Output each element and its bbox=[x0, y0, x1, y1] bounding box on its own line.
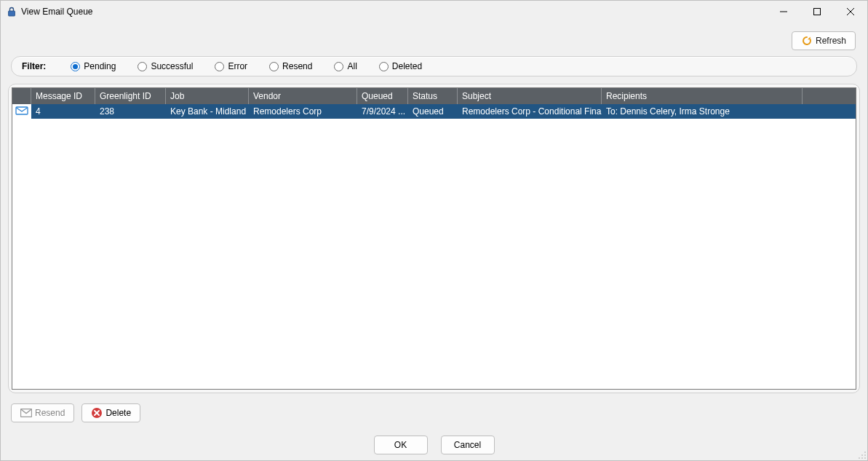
window-controls bbox=[767, 1, 867, 23]
filter-option-error[interactable]: Error bbox=[215, 61, 247, 71]
cell-recipients: To: Dennis Celery, Irma Stronge bbox=[602, 104, 803, 119]
filter-option-label: Deleted bbox=[392, 61, 422, 71]
resend-button[interactable]: Resend bbox=[11, 403, 74, 422]
dialog-buttons: OK Cancel bbox=[8, 422, 860, 457]
resize-grip[interactable] bbox=[856, 449, 867, 460]
column-header-subject[interactable]: Subject bbox=[458, 88, 602, 104]
radio-icon bbox=[215, 62, 224, 71]
filter-option-all[interactable]: All bbox=[334, 61, 357, 71]
grid-panel: Message ID Greenlight ID Job Vendor Queu… bbox=[8, 84, 860, 393]
window-title: View Email Queue bbox=[21, 7, 93, 17]
column-header-icon[interactable] bbox=[12, 88, 31, 104]
cell-greenlight-id: 238 bbox=[95, 104, 166, 119]
filter-option-resend[interactable]: Resend bbox=[269, 61, 312, 71]
svg-rect-2 bbox=[814, 9, 821, 15]
svg-point-13 bbox=[859, 457, 860, 459]
filter-label: Filter: bbox=[22, 61, 46, 71]
maximize-button[interactable] bbox=[800, 1, 834, 23]
column-header-recipients[interactable]: Recipients bbox=[602, 88, 803, 104]
svg-point-14 bbox=[861, 457, 863, 459]
filter-bar: Filter: Pending Successful Error Resend … bbox=[11, 56, 857, 76]
filter-option-label: All bbox=[347, 61, 357, 71]
delete-button[interactable]: Delete bbox=[81, 403, 140, 422]
svg-point-12 bbox=[864, 454, 866, 456]
cell-spacer bbox=[803, 104, 856, 119]
row-icon-cell bbox=[12, 104, 31, 119]
filter-option-label: Error bbox=[228, 61, 247, 71]
radio-icon bbox=[379, 62, 389, 71]
cell-message-id: 4 bbox=[31, 104, 95, 119]
radio-icon bbox=[71, 62, 80, 71]
minimize-button[interactable] bbox=[767, 1, 800, 23]
refresh-button-label: Refresh bbox=[816, 36, 846, 46]
svg-point-15 bbox=[864, 457, 866, 459]
client-area: Refresh Filter: Pending Successful Error… bbox=[1, 23, 867, 460]
column-header-job[interactable]: Job bbox=[166, 88, 249, 104]
column-header-spacer bbox=[803, 88, 856, 104]
ok-button-label: OK bbox=[394, 440, 407, 450]
table-row[interactable]: 4 238 Key Bank - Midland Remodelers Corp… bbox=[12, 104, 856, 119]
radio-icon bbox=[269, 62, 279, 71]
radio-icon bbox=[334, 62, 343, 71]
cell-queued: 7/9/2024 ... bbox=[357, 104, 408, 119]
column-header-message-id[interactable]: Message ID bbox=[31, 88, 95, 104]
filter-option-pending[interactable]: Pending bbox=[71, 61, 116, 71]
envelope-icon bbox=[15, 106, 28, 118]
column-header-vendor[interactable]: Vendor bbox=[249, 88, 357, 104]
svg-point-11 bbox=[861, 454, 863, 456]
cell-vendor: Remodelers Corp bbox=[249, 104, 357, 119]
refresh-button[interactable]: Refresh bbox=[792, 31, 856, 50]
envelope-icon bbox=[20, 407, 32, 419]
lock-icon bbox=[7, 7, 17, 17]
delete-icon bbox=[91, 407, 103, 419]
column-header-greenlight[interactable]: Greenlight ID bbox=[95, 88, 166, 104]
cell-job: Key Bank - Midland bbox=[166, 104, 249, 119]
cancel-button[interactable]: Cancel bbox=[441, 436, 495, 454]
filter-option-label: Pending bbox=[84, 61, 116, 71]
cell-subject: Remodelers Corp - Conditional Final W... bbox=[458, 104, 602, 119]
row-actions: Resend Delete bbox=[11, 403, 857, 422]
filter-option-label: Successful bbox=[151, 61, 193, 71]
svg-point-10 bbox=[864, 452, 866, 453]
email-queue-window: View Email Queue Refre bbox=[0, 0, 868, 461]
filter-option-successful[interactable]: Successful bbox=[138, 61, 193, 71]
filter-option-label: Resend bbox=[282, 61, 312, 71]
close-button[interactable] bbox=[834, 1, 867, 23]
column-header-queued[interactable]: Queued bbox=[357, 88, 408, 104]
cell-status: Queued bbox=[408, 104, 458, 119]
refresh-icon bbox=[801, 35, 813, 47]
top-actions: Refresh bbox=[12, 31, 856, 50]
resend-button-label: Resend bbox=[35, 408, 65, 418]
svg-rect-0 bbox=[9, 11, 15, 16]
delete-button-label: Delete bbox=[105, 408, 131, 418]
filter-option-deleted[interactable]: Deleted bbox=[379, 61, 422, 71]
grid[interactable]: Message ID Greenlight ID Job Vendor Queu… bbox=[12, 87, 856, 390]
title-bar: View Email Queue bbox=[1, 1, 867, 23]
column-header-status[interactable]: Status bbox=[408, 88, 458, 104]
ok-button[interactable]: OK bbox=[374, 436, 428, 454]
grid-header: Message ID Greenlight ID Job Vendor Queu… bbox=[12, 88, 856, 104]
cancel-button-label: Cancel bbox=[454, 440, 481, 450]
grid-body: 4 238 Key Bank - Midland Remodelers Corp… bbox=[12, 104, 856, 389]
radio-icon bbox=[138, 62, 147, 71]
